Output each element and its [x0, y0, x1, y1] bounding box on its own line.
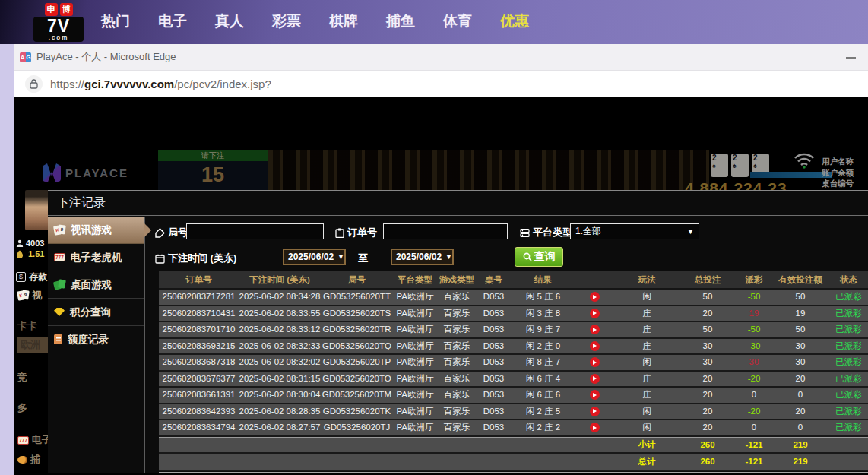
cell-result: 闲 2 庄 2	[511, 420, 575, 435]
replay-play-button[interactable]	[590, 309, 600, 318]
cell-valid-bet: 19	[773, 306, 828, 321]
cell-result: 闲 5 庄 6	[511, 290, 575, 305]
nav-item[interactable]: 优惠	[500, 11, 529, 31]
subtotal-row: 小计 260 -121 219	[159, 437, 868, 454]
replay-play-button[interactable]	[590, 325, 600, 334]
menu-item-video-games[interactable]: K9 视讯游戏	[48, 217, 144, 244]
column-header: 结果	[511, 271, 575, 288]
cell-platform: PA欧洲厅	[393, 388, 437, 403]
nav-item[interactable]: 电子	[158, 11, 187, 31]
menu-item-points[interactable]: 积分查询	[48, 299, 144, 326]
replay-play-button[interactable]	[590, 407, 600, 416]
cell-round-no: GD053256020TO	[321, 372, 393, 387]
cell-payout: -20	[735, 372, 773, 387]
search-button[interactable]: 查询	[515, 247, 563, 267]
sidebar-item-jingmi[interactable]: 竞	[17, 371, 27, 385]
column-header: 玩法	[613, 271, 680, 288]
platform-type-label: 平台类型	[520, 226, 572, 239]
cell-round-no: GD053256020TJ	[321, 420, 393, 435]
total-valid-bet: 219	[773, 454, 828, 470]
column-header: 状态	[828, 271, 868, 288]
sidebar-item-video[interactable]: K9 视	[17, 289, 42, 302]
cell-valid-bet: 50	[773, 322, 828, 337]
url-text[interactable]: https://gci.7vvvvvv.com/pc/pcv2/index.js…	[50, 78, 271, 90]
cell-round-no: GD053256020TS	[321, 306, 393, 321]
replay-play-button[interactable]	[590, 374, 600, 384]
sidebar-item-fishing[interactable]: 捕	[17, 453, 40, 467]
table-row: 250602083701710 2025-06-02 08:33:12 GD05…	[159, 322, 868, 339]
cell-platform: PA欧洲厅	[393, 404, 437, 420]
nav-item[interactable]: 棋牌	[329, 11, 358, 31]
menu-item-table-games[interactable]: 桌面游戏	[48, 271, 144, 299]
slots-icon: 777	[54, 253, 65, 261]
round-number-input[interactable]	[186, 223, 324, 239]
nav-item[interactable]: 真人	[215, 11, 244, 31]
cell-round-no: GD053256020TQ	[321, 339, 393, 354]
table-header-row: 订单号下注时间 (美东)局号平台类型游戏类型桌号结果玩法总投注派彩有效投注额状态	[159, 271, 868, 290]
site-nav: 热门 电子 真人 彩票 棋牌 捕鱼 体育 优惠	[101, 0, 529, 42]
chevron-down-icon: ▼	[445, 253, 452, 261]
sidebar-item-slots[interactable]: 777 电子	[17, 433, 49, 447]
sidebar-item-europe[interactable]: 欧洲	[17, 337, 49, 353]
dollar-icon: $	[16, 272, 26, 282]
nav-item[interactable]: 热门	[101, 11, 130, 31]
sidebar-item-kaka[interactable]: 卡卡	[17, 319, 37, 333]
person-icon	[16, 239, 24, 247]
table-row: 250602083634794 2025-06-02 08:27:57 GD05…	[159, 420, 868, 437]
cell-payout: -50	[735, 290, 773, 305]
subtotal-valid-bet: 219	[773, 438, 828, 453]
cell-result: 闲 8 庄 7	[511, 355, 575, 370]
cell-total-bet: 20	[680, 404, 735, 420]
order-number-input[interactable]	[383, 223, 508, 239]
replay-play-button[interactable]	[590, 423, 600, 432]
cell-order-no: 250602083693215	[159, 339, 239, 354]
lobby-sidebar: 4003 1.51 $ 存款 K9 视	[14, 97, 49, 473]
bet-time-label: 下注时间 (美东)	[155, 252, 236, 265]
site-nav-bar: 申 博 7V .com 热门 电子 真人 彩票 棋牌 捕鱼 体育	[0, 0, 868, 44]
replay-play-button[interactable]	[590, 357, 600, 367]
cell-game-type: 百家乐	[437, 388, 477, 403]
date-to-select[interactable]: 2025/06/02▼	[391, 249, 454, 265]
cell-play-method: 庄	[613, 306, 680, 321]
cell-table-no: D053	[477, 306, 511, 321]
diamond-icon	[54, 308, 65, 316]
slots-icon: 777	[17, 436, 29, 445]
cell-order-no: 250602083642393	[159, 404, 239, 420]
nav-item[interactable]: 体育	[443, 11, 472, 31]
replay-play-button[interactable]	[590, 341, 600, 351]
date-from-select[interactable]: 2025/06/02▼	[283, 249, 346, 265]
cell-bet-time: 2025-06-02 08:31:15	[239, 372, 321, 387]
total-row: 总计 260 -121 219	[159, 454, 868, 471]
cell-play-method: 闲	[613, 404, 680, 420]
lock-icon[interactable]	[25, 75, 43, 93]
table-row: 250602083710431 2025-06-02 08:33:55 GD05…	[159, 306, 868, 323]
cell-status: 已派彩	[828, 404, 868, 420]
nav-item[interactable]: 捕鱼	[386, 11, 415, 31]
fish-icon	[17, 456, 27, 464]
sidebar-item-multi[interactable]: 多	[17, 401, 27, 415]
browser-titlebar[interactable]: AG PlayAce - 个人 - Microsoft Edge	[14, 44, 868, 71]
cell-order-no: 250602083634794	[159, 420, 239, 435]
cell-game-type: 百家乐	[437, 322, 477, 337]
cards-icon: K9	[54, 225, 65, 236]
minimize-button[interactable]	[846, 57, 856, 59]
replay-play-button[interactable]	[590, 390, 600, 400]
replay-play-button[interactable]	[590, 292, 600, 302]
cell-table-no: D053	[477, 322, 511, 337]
platform-type-select[interactable]: 1.全部▼	[570, 223, 699, 239]
column-header: 订单号	[159, 271, 239, 288]
site-logo[interactable]: 申 博 7V .com	[33, 3, 84, 42]
menu-item-quota-records[interactable]: 额度记录	[48, 326, 144, 353]
deposit-button[interactable]: $ 存款	[16, 271, 47, 283]
column-header: 有效投注额	[773, 271, 828, 288]
cell-play-method: 庄	[613, 322, 680, 337]
cell-bet-time: 2025-06-02 08:33:12	[239, 322, 321, 337]
nav-item[interactable]: 彩票	[272, 11, 301, 31]
menu-item-slots[interactable]: 777 电子老虎机	[48, 244, 144, 271]
cell-status: 已派彩	[828, 339, 868, 354]
table-row: 250602083661391 2025-06-02 08:30:04 GD05…	[159, 388, 868, 404]
cell-game-type: 百家乐	[437, 420, 477, 435]
cell-result: 闲 6 庄 4	[511, 372, 575, 387]
logo-badge: 申	[45, 3, 58, 16]
clipboard-icon	[335, 228, 344, 238]
